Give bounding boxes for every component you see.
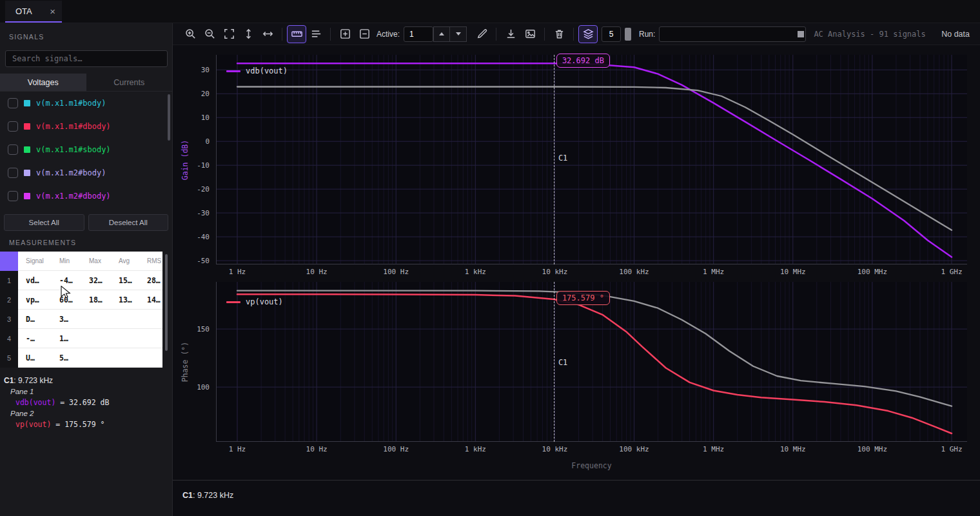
column-header[interactable]: RMS xyxy=(139,252,162,270)
deselect-all-button[interactable]: Deselect All xyxy=(88,214,169,231)
legend-button[interactable] xyxy=(306,25,326,43)
signal-label: v(m.x1.m1#dbody) xyxy=(36,122,111,131)
edit-button[interactable] xyxy=(472,25,491,43)
table-row[interactable]: 2 vp… 60… 18… 13… 14… xyxy=(0,290,162,310)
table-row[interactable]: 5 U… 5… xyxy=(0,348,162,368)
select-all-button[interactable]: Select All xyxy=(4,214,84,231)
signal-checkbox[interactable] xyxy=(8,121,18,132)
active-pane-input[interactable] xyxy=(404,26,433,42)
search-input[interactable] xyxy=(5,50,168,67)
cell: 5… xyxy=(52,348,81,367)
tab-voltages[interactable]: Voltages xyxy=(0,74,86,91)
measurements-scrollbar[interactable] xyxy=(165,254,168,351)
x-tick-label: 1 kHz xyxy=(465,445,486,453)
pane1-value: = 32.692 dB xyxy=(55,398,109,407)
signal-checkbox[interactable] xyxy=(8,144,18,155)
cursor-line[interactable]: 175.579 ° C1 xyxy=(554,282,554,442)
run-input-handle[interactable] xyxy=(798,31,804,37)
row-number: 4 xyxy=(0,329,18,348)
cursor-line[interactable]: 32.692 dB C1 xyxy=(554,55,554,264)
cursor-name: C1 xyxy=(4,376,14,385)
cell: 15… xyxy=(111,271,139,290)
cursor-name-label: C1 xyxy=(558,154,567,163)
tab-ota[interactable]: OTA × xyxy=(5,1,62,23)
signal-label: v(m.x1.m2#dbody) xyxy=(36,192,111,201)
signal-checkbox[interactable] xyxy=(8,191,18,201)
column-header[interactable]: Avg xyxy=(111,252,139,270)
run-input[interactable] xyxy=(659,26,806,42)
signal-color-swatch xyxy=(24,193,30,199)
list-item[interactable]: v(m.x1.m1#sbody) xyxy=(0,138,172,161)
download-button[interactable] xyxy=(501,25,520,43)
active-pane-down-button[interactable] xyxy=(450,26,467,42)
measurement-color-header xyxy=(0,252,18,271)
plot-area[interactable] xyxy=(216,55,967,264)
x-tick-label: 1 MHz xyxy=(703,445,724,453)
zoom-fit-button[interactable] xyxy=(219,25,239,43)
cell: 18… xyxy=(81,290,111,309)
signal-list-scrollbar[interactable] xyxy=(168,94,170,141)
cell xyxy=(139,348,162,367)
add-pane-button[interactable] xyxy=(335,25,355,43)
x-tick-label: 10 Hz xyxy=(306,268,328,276)
app-window: OTA × SIGNALS Voltages Currents v(m.x1.m… xyxy=(0,0,980,516)
x-tick-label: 10 kHz xyxy=(542,445,568,453)
column-header[interactable]: Min xyxy=(52,252,81,270)
delete-button[interactable] xyxy=(549,25,569,43)
cell: -… xyxy=(18,329,52,348)
zoom-out-icon xyxy=(204,28,216,40)
y-tick-label: 10 xyxy=(201,114,210,122)
cursor-measure-button[interactable] xyxy=(287,25,306,43)
measurements-section-title: MEASUREMENTS xyxy=(9,239,76,246)
pane2-signal-name: vp(vout) xyxy=(15,420,51,429)
signal-checkbox[interactable] xyxy=(8,98,18,108)
zoom-out-button[interactable] xyxy=(200,25,219,43)
cell: vd… xyxy=(18,271,52,290)
align-lines-icon xyxy=(310,28,322,40)
measurements-header-row: Signal Min Max Avg RMS xyxy=(0,252,162,271)
list-item[interactable]: v(m.x1.m1#body) xyxy=(0,92,172,115)
tab-title: OTA xyxy=(15,6,32,16)
fit-horizontal-button[interactable] xyxy=(258,25,277,43)
column-header[interactable]: Signal xyxy=(18,252,52,270)
layers-button[interactable] xyxy=(578,25,598,43)
phase-pane: Phase (°) 150100 1 Hz10 Hz100 Hz1 kHz10 … xyxy=(216,282,967,442)
x-tick-label: 10 MHz xyxy=(780,445,806,453)
fit-vertical-button[interactable] xyxy=(239,25,258,43)
active-pane-up-button[interactable] xyxy=(433,26,450,42)
signal-checkbox[interactable] xyxy=(8,168,18,178)
list-item[interactable]: v(m.x1.m2#body) xyxy=(0,161,172,184)
toolbar-separator xyxy=(544,28,545,41)
no-data-text: No data xyxy=(941,30,970,39)
export-image-button[interactable] xyxy=(520,25,540,43)
legend: vdb(vout) xyxy=(226,66,288,75)
layers-count[interactable]: 5 xyxy=(602,26,621,42)
tab-currents[interactable]: Currents xyxy=(86,74,173,91)
x-axis-title: Frequency xyxy=(216,461,967,470)
signal-label: v(m.x1.m1#sbody) xyxy=(36,145,111,154)
layers-icon xyxy=(582,28,594,40)
analysis-status-text: AC Analysis - 91 signals xyxy=(814,30,925,39)
table-row[interactable]: 4 -… 1… xyxy=(0,329,162,348)
x-tick-label: 10 MHz xyxy=(780,268,806,276)
run-label: Run: xyxy=(639,30,655,39)
table-row[interactable]: 3 D… 3… xyxy=(0,310,162,329)
plot-area[interactable] xyxy=(216,282,967,442)
mouse-cursor xyxy=(61,286,72,301)
remove-pane-button[interactable] xyxy=(355,25,374,43)
column-header[interactable]: Max xyxy=(81,252,111,270)
table-row[interactable]: 1 vd… -4… 32… 15… 28… xyxy=(0,271,162,290)
chevron-down-icon xyxy=(456,32,461,35)
x-axis-labels: 1 Hz10 Hz100 Hz1 kHz10 kHz100 kHz1 MHz10… xyxy=(216,445,967,457)
trash-icon xyxy=(553,28,565,40)
close-icon[interactable]: × xyxy=(50,6,55,16)
status-cursor-text: C1: 9.723 kHz xyxy=(182,491,233,500)
cell xyxy=(81,310,111,328)
list-item[interactable]: v(m.x1.m2#sbody) xyxy=(0,208,172,213)
zoom-in-button[interactable] xyxy=(181,25,200,43)
list-item[interactable]: v(m.x1.m2#dbody) xyxy=(0,184,172,208)
cursor-frequency: : 9.723 kHz xyxy=(14,376,53,385)
list-item[interactable]: v(m.x1.m1#dbody) xyxy=(0,115,172,138)
arrow-cursor-icon xyxy=(61,286,72,299)
slider-handle[interactable] xyxy=(625,28,631,41)
